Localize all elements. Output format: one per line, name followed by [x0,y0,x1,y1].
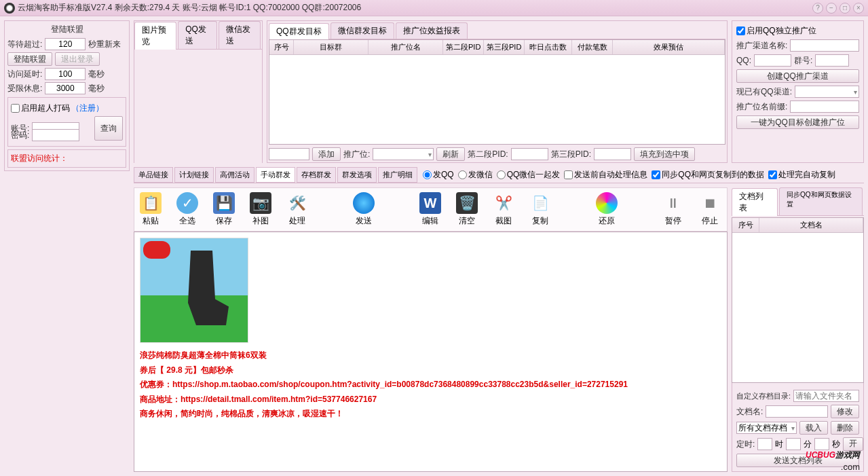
product-line3: 优惠券：https://shop.m.taobao.com/shop/coupo… [140,378,721,392]
product-line4: 商品地址：https://detail.tmall.com/item.htm?i… [140,392,721,407]
cb-pre[interactable] [564,170,573,179]
add-button[interactable]: 添加 [312,147,341,161]
delay-unit: 毫秒 [88,69,105,80]
send-list-button[interactable]: 发送文档列表 [736,454,859,467]
product-image [140,238,248,343]
limit-input[interactable] [45,82,86,94]
tab-wx-send[interactable]: 微信发送 [219,21,261,49]
archive-dropdown[interactable]: 所有文档存档 [736,422,797,434]
product-text: 浪莎纯棉防臭超薄全棉中筒袜6双装 券后【 29.8 元】包邮秒杀 优惠券：htt… [140,348,721,422]
pid3-input[interactable] [594,148,631,160]
help-button[interactable]: ? [812,3,823,14]
tool-camera[interactable]: 📷补图 [247,192,274,227]
mode-tab-archive[interactable]: 存档群发 [297,167,336,183]
tab-report[interactable]: 推广位效益报表 [396,22,468,39]
delete-button[interactable]: 删除 [831,421,859,435]
doc-tab-sync[interactable]: 同步QQ和网页数据设置 [779,187,863,215]
doc-tab-list[interactable]: 文档列表 [732,188,778,216]
target-table[interactable]: 序号 目标群 推广位名 第二段PID 第三段PID 昨日点击数 付款笔数 效果预… [269,39,725,145]
tab-qq-target[interactable]: QQ群发目标 [269,23,329,39]
th-clicks: 昨日点击数 [525,40,572,54]
preview-area [134,50,262,165]
load-button[interactable]: 载入 [799,421,828,435]
mode-tab-detail[interactable]: 推广明细 [378,167,417,183]
mode-tab-plan[interactable]: 计划链接 [174,167,214,183]
product-line5: 商务休闲，简约时尚，纯棉品质，清爽冰凉，吸湿速干！ [140,407,721,422]
radio-wx[interactable] [458,170,467,179]
custom-dir-input[interactable] [793,390,859,402]
tab-qq-send[interactable]: QQ发送 [178,21,217,49]
tool-clear[interactable]: 🗑️清空 [453,192,480,227]
mode-tab-options[interactable]: 群发选项 [337,167,377,183]
tab-wx-target[interactable]: 微信群发目标 [331,22,394,39]
prefix-input[interactable] [790,100,859,113]
close-button[interactable]: × [853,3,864,14]
tool-send[interactable]: 发送 [350,192,377,227]
wait-label: 等待超过: [7,39,42,50]
register-link[interactable]: （注册） [71,103,104,114]
tool-save[interactable]: 💾保存 [210,192,238,227]
th-seq: 序号 [269,40,294,54]
pid2-input[interactable] [511,148,548,160]
prefix-label: 推广位名前缀: [736,101,787,113]
radio-both[interactable] [497,170,506,179]
doc-table[interactable]: 序号 文档名 [732,217,864,383]
pid3-label: 第三段PID: [551,149,591,160]
modify-button[interactable]: 修改 [831,405,859,418]
tab-image-preview[interactable]: 图片预览 [134,22,176,50]
custom-dir-label: 自定义存档目录: [736,391,791,401]
content-area[interactable]: 浪莎纯棉防臭超薄全棉中筒袜6双装 券后【 29.8 元】包邮秒杀 优惠券：htt… [134,232,728,472]
group-input[interactable] [815,54,849,67]
wait-input[interactable] [45,38,86,50]
cb-sync[interactable] [652,170,660,179]
minimize-button[interactable]: − [826,3,837,14]
login-button[interactable]: 登陆联盟 [7,52,52,66]
tool-paste[interactable]: 📋粘贴 [137,192,164,227]
password-input[interactable] [32,129,79,141]
tool-screenshot[interactable]: ✂️截图 [490,192,517,227]
maximize-button[interactable]: □ [839,3,850,14]
mode-tab-single[interactable]: 单品链接 [134,167,173,183]
mode-tab-manual[interactable]: 手动群发 [256,167,295,183]
supercode-checkbox[interactable] [11,104,20,113]
mode-tab-high[interactable]: 高佣活动 [215,167,254,183]
refresh-button[interactable]: 刷新 [436,147,465,161]
limit-unit: 毫秒 [88,83,105,94]
tool-select-all[interactable]: ✓全选 [174,192,201,227]
doc-th-seq: 序号 [732,218,759,232]
existing-label: 现已有QQ渠道: [736,86,792,98]
start-button[interactable]: 开启 [843,437,863,451]
doc-th-name: 文档名 [759,218,863,232]
qq-label: QQ: [736,56,751,65]
tool-edit[interactable]: W编辑 [417,192,444,227]
channel-name-label: 推广渠道名称: [736,40,787,52]
tool-pause[interactable]: ⏸暂停 [660,192,687,227]
create-channel-button[interactable]: 创建QQ推广渠道 [736,69,859,83]
enable-qq-checkbox[interactable] [736,26,745,35]
radio-qq[interactable] [423,170,432,179]
th-promo: 推广位名 [369,40,443,54]
channel-name-input[interactable] [790,39,859,52]
qq-input[interactable] [754,54,791,67]
logout-button[interactable]: 退出登录 [55,52,100,66]
query-button[interactable]: 查询 [94,116,123,141]
titlebar-text: 云烟淘客助手标准版V27.4 剩余天数:279.4 天 账号:云烟 帐号ID:1… [18,2,812,14]
doc-name-input[interactable] [766,405,828,418]
one-click-button[interactable]: 一键为QQ目标创建推广位 [736,115,859,129]
promo-dropdown[interactable] [373,148,434,160]
stats-link[interactable]: 联盟访问统计： [11,153,68,163]
tool-process[interactable]: 🛠️处理 [284,192,311,227]
cb-post[interactable] [768,170,777,179]
min-input[interactable] [786,438,801,450]
wait-suffix: 秒重新来 [88,39,121,50]
fill-button[interactable]: 填充到选中项 [634,147,695,161]
existing-dropdown[interactable] [795,86,859,98]
add-input[interactable] [269,148,309,160]
hour-input[interactable] [757,438,772,450]
tool-stop[interactable]: ⏹停止 [696,192,723,227]
tool-restore[interactable]: 还原 [593,192,620,227]
sec-input[interactable] [814,438,829,450]
delay-input[interactable] [45,68,86,80]
tool-copy[interactable]: 📄复制 [527,192,554,227]
group-label: 群号: [794,55,812,67]
